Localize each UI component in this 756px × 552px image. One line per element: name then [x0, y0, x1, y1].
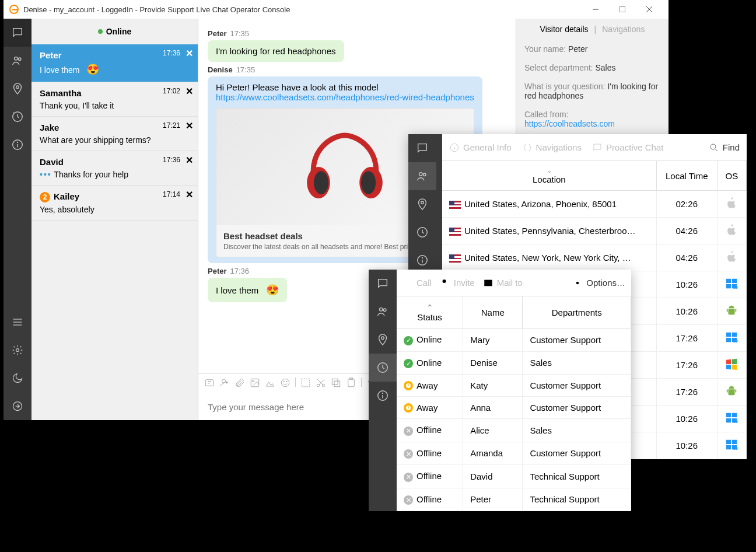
conversation-item[interactable]: 2KaileyYes, absolutely17:14✕ — [32, 186, 198, 221]
close-icon[interactable]: ✕ — [186, 48, 193, 59]
os-icon — [717, 191, 746, 218]
close-icon[interactable]: ✕ — [186, 155, 193, 166]
conversation-item[interactable]: David••• Thanks for your help17:36✕ — [32, 151, 198, 186]
location-icon[interactable] — [408, 190, 436, 218]
options-button[interactable]: Options… — [572, 278, 625, 288]
svg-point-14 — [16, 349, 19, 352]
unread-badge: 2 — [40, 192, 50, 202]
close-icon[interactable]: ✕ — [186, 120, 193, 131]
image-icon[interactable] — [250, 378, 260, 390]
maximize-button[interactable] — [609, 0, 636, 19]
status-offline-icon: ✕ — [404, 427, 413, 436]
tab-navigations[interactable]: Navigations — [602, 25, 645, 34]
people-icon[interactable] — [408, 162, 436, 190]
close-icon[interactable]: ✕ — [186, 86, 193, 97]
conversation-list: Online PeterI love them 😍17:36✕SamanthaT… — [32, 19, 198, 420]
operators-window: Call Invite Mail to Options… Status Name… — [369, 270, 631, 511]
col-localtime[interactable]: Local Time — [656, 161, 717, 191]
tab-general-info[interactable]: General Info — [449, 142, 512, 153]
conversation-item[interactable]: SamanthaThank you, I'll take it17:02✕ — [32, 82, 198, 117]
svg-point-78 — [576, 281, 579, 284]
copy-icon[interactable] — [331, 378, 341, 390]
table-row[interactable]: ✓OnlineDeniseSales — [397, 351, 631, 375]
tab-proactive-chat[interactable]: Proactive Chat — [592, 142, 663, 153]
moon-icon[interactable] — [4, 364, 32, 392]
table-row[interactable]: ✕OfflinePeterTechnical Support — [397, 488, 631, 511]
table-row[interactable]: ✕OfflineDavidTechnical Support — [397, 465, 631, 488]
close-icon[interactable]: ✕ — [186, 189, 193, 200]
landscape-icon[interactable] — [265, 378, 275, 390]
info-icon[interactable] — [369, 382, 397, 410]
os-icon — [717, 218, 746, 244]
invite-button[interactable]: Invite — [440, 278, 475, 288]
svg-point-40 — [422, 257, 423, 258]
people-icon[interactable] — [369, 298, 397, 326]
conversation-item[interactable]: PeterI love them 😍17:36✕ — [32, 44, 198, 82]
emoji-icon[interactable] — [280, 378, 290, 390]
table-row[interactable]: ✕OfflineAmandaCustomer Support — [397, 442, 631, 465]
table-row[interactable]: AwayAnnaCustomer Support — [397, 397, 631, 419]
col-dept[interactable]: Departments — [523, 296, 631, 329]
svg-rect-27 — [302, 379, 310, 387]
cut-icon[interactable] — [316, 378, 326, 390]
menu-icon[interactable] — [4, 308, 32, 336]
svg-rect-65 — [732, 440, 737, 444]
svg-point-6 — [16, 86, 19, 89]
canned-icon[interactable] — [204, 378, 215, 390]
svg-rect-59 — [726, 413, 731, 417]
svg-point-24 — [281, 379, 289, 387]
svg-text:10: 10 — [733, 285, 738, 290]
svg-point-26 — [286, 381, 288, 382]
svg-rect-54 — [726, 338, 731, 342]
fullscreen-icon[interactable] — [300, 378, 311, 390]
col-name[interactable]: Name — [463, 296, 523, 329]
minimize-button[interactable] — [582, 0, 609, 19]
operator-status[interactable]: Online — [32, 19, 198, 44]
table-row[interactable]: United States, New York, New York City, … — [442, 244, 747, 271]
svg-rect-53 — [732, 333, 737, 337]
svg-text:10: 10 — [733, 419, 738, 424]
paste-icon[interactable] — [346, 378, 356, 390]
svg-point-71 — [382, 337, 384, 340]
table-row[interactable]: United States, Pennsylvania, Chesterbroo… — [442, 218, 747, 244]
svg-rect-64 — [726, 440, 731, 444]
table-row[interactable]: ✕OfflineAliceSales — [397, 419, 631, 442]
chat-icon[interactable] — [4, 19, 32, 47]
table-row[interactable]: United States, Arizona, Phoenix, 8500102… — [442, 191, 747, 218]
call-button[interactable]: Call — [402, 278, 432, 288]
attachment-icon[interactable] — [235, 378, 245, 390]
clock-icon[interactable] — [4, 103, 32, 131]
svg-point-10 — [18, 142, 18, 142]
col-os[interactable]: OS — [717, 161, 746, 191]
os-icon — [717, 298, 746, 325]
people-icon[interactable] — [4, 47, 32, 75]
table-row[interactable]: ✓OnlineMaryCustomer Support — [397, 329, 631, 352]
col-location[interactable]: ⌄Location — [442, 161, 656, 191]
message-link[interactable]: https://www.coolheadsets.com/headphones/… — [216, 92, 474, 102]
close-button[interactable] — [636, 0, 663, 19]
os-icon — [717, 244, 746, 271]
conversation-item[interactable]: JakeWhat are your shipping terms?17:21✕ — [32, 117, 198, 151]
info-icon[interactable] — [4, 131, 32, 159]
chat-icon[interactable] — [369, 270, 397, 298]
os-icon: 10 — [717, 271, 746, 298]
col-status[interactable]: Status — [397, 296, 463, 329]
tab-visitor-details[interactable]: Visitor details — [540, 25, 589, 34]
svg-point-70 — [383, 309, 386, 312]
location-icon[interactable] — [4, 75, 32, 103]
clock-icon[interactable] — [369, 354, 397, 382]
mail-button[interactable]: Mail to — [483, 278, 523, 288]
svg-rect-20 — [205, 380, 214, 386]
tab-navigations[interactable]: Navigations — [522, 142, 582, 153]
us-flag-icon — [449, 254, 461, 263]
app-icon — [9, 5, 19, 14]
logout-icon[interactable] — [4, 392, 32, 420]
chat-icon[interactable] — [408, 134, 436, 162]
table-row[interactable]: AwayKatyCustomer Support — [397, 375, 631, 397]
location-icon[interactable] — [369, 326, 397, 354]
clock-icon[interactable] — [408, 218, 436, 246]
find-button[interactable]: Find — [709, 142, 740, 153]
gear-icon[interactable] — [4, 336, 32, 364]
svg-rect-50 — [727, 309, 728, 312]
add-user-icon[interactable] — [219, 378, 230, 390]
